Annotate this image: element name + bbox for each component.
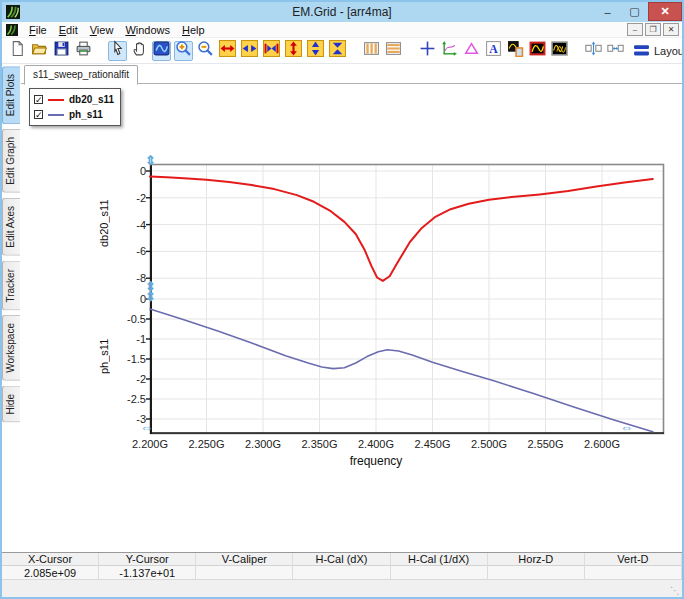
print-icon [75, 40, 92, 61]
align-vertical-button[interactable] [584, 41, 603, 61]
x-expand-icon [219, 40, 236, 61]
plot-area[interactable]: db20_s11 ph_s11 frequency 0-2-4-6-80-0.5… [150, 164, 664, 434]
new-file-icon [9, 40, 26, 61]
layout-dropdown-button[interactable]: Layout▾ [628, 41, 684, 61]
db20-tick-label: -8 [118, 272, 146, 284]
x-tick-label: 2.500G [463, 438, 515, 450]
y-fit-button[interactable] [328, 41, 347, 61]
graph-multi-button[interactable] [550, 41, 569, 61]
legend-entry-db20-s11: ✓db20_s11 [34, 92, 114, 107]
x-fit-icon [263, 40, 280, 61]
db20-axis-label: db20_s11 [98, 168, 114, 278]
x-tick-label: 2.550G [520, 438, 572, 450]
vertical-stripes-button[interactable] [362, 41, 381, 61]
open-file-button[interactable] [30, 41, 49, 61]
save-file-button[interactable] [52, 41, 71, 61]
document-tab[interactable]: s11_sweep_rationalfit [24, 65, 138, 85]
status-value-h-cal-dx [293, 566, 390, 579]
y-arrows-icon [307, 40, 324, 61]
pointer-button[interactable] [108, 41, 127, 61]
y-arrows-button[interactable] [306, 41, 325, 61]
y-expand-button[interactable] [284, 41, 303, 61]
sidebar-tab-workspace[interactable]: Workspace [2, 315, 20, 381]
app-window: EM.Grid - [arr4ma] – ▢ ✕ FileEditViewWin… [0, 0, 684, 599]
maximize-button[interactable]: ▢ [621, 2, 648, 21]
status-header-x-cursor: X-Cursor [2, 553, 99, 566]
align-vertical-icon [585, 40, 602, 61]
sidebar-tab-edit-graph[interactable]: Edit Graph [2, 129, 20, 193]
graph-multi-icon [551, 40, 568, 61]
mdi-close-button[interactable]: ✕ [663, 23, 679, 36]
content-area: Edit PlotsEdit GraphEdit AxesTrackerWork… [2, 64, 682, 552]
graph-single-icon [529, 40, 546, 61]
x-arrows-button[interactable] [240, 41, 259, 61]
plot-canvas[interactable] [144, 162, 672, 440]
x-tick-label: 2.350G [294, 438, 346, 450]
status-value-h-cal-1-dx [391, 566, 488, 579]
align-horizontal-icon [607, 40, 624, 61]
plot-view-icon [153, 40, 170, 61]
print-button[interactable] [74, 41, 93, 61]
add-graph-icon [507, 40, 524, 61]
toolbar: ALayout▾ [2, 38, 682, 64]
minimize-button[interactable]: – [594, 2, 621, 21]
legend-checkbox[interactable]: ✓ [34, 110, 43, 119]
legend-line-swatch [48, 99, 64, 101]
zoom-out-button[interactable] [196, 41, 215, 61]
x-fit-button[interactable] [262, 41, 281, 61]
pointer-icon [109, 40, 126, 61]
sidebar-tab-hide[interactable]: Hide [2, 386, 20, 423]
legend-entry-ph-s11: ✓ph_s11 [34, 107, 114, 122]
y-fit-icon [329, 40, 346, 61]
menu-item-edit[interactable]: Edit [53, 24, 84, 36]
status-value-v-caliper [196, 566, 293, 579]
menu-item-windows[interactable]: Windows [119, 24, 176, 36]
horizontal-stripes-button[interactable] [384, 41, 403, 61]
text-annotation-button[interactable]: A [484, 41, 503, 61]
status-strip: ⋱ [2, 579, 682, 597]
x-expand-button[interactable] [218, 41, 237, 61]
cursor-status-bar: X-CursorY-CursorV-CaliperH-Cal (dX)H-Cal… [2, 552, 682, 579]
add-graph-button[interactable] [506, 41, 525, 61]
crosshair-button[interactable] [418, 41, 437, 61]
status-value-horz-d [488, 566, 585, 579]
status-header-v-caliper: V-Caliper [196, 553, 293, 566]
status-header-horz-d: Horz-D [488, 553, 585, 566]
db20-tick-label: 0 [118, 165, 146, 177]
menu-item-help[interactable]: Help [176, 24, 211, 36]
pan-button[interactable] [130, 41, 149, 61]
horizontal-stripes-icon [385, 40, 402, 61]
axis-handle-icon[interactable]: ⇔ [620, 421, 633, 434]
menu-item-view[interactable]: View [84, 24, 120, 36]
x-axis-label: frequency [256, 454, 496, 468]
new-file-button[interactable] [8, 41, 27, 61]
resize-grip-icon[interactable]: ⋱ [670, 585, 680, 596]
ph-tick-label: -0.5 [118, 313, 146, 325]
mdi-restore-button[interactable]: ❐ [645, 23, 661, 36]
zoom-in-button[interactable] [174, 41, 193, 61]
x-tick-label: 2.300G [237, 438, 289, 450]
graph-single-button[interactable] [528, 41, 547, 61]
save-file-icon [53, 40, 70, 61]
ph-axis-label: ph_s11 [98, 301, 114, 411]
close-button[interactable]: ✕ [648, 2, 682, 21]
plot-view-button[interactable] [152, 41, 171, 61]
legend-checkbox[interactable]: ✓ [34, 95, 43, 104]
caliper-button[interactable] [462, 41, 481, 61]
tracker-button[interactable] [440, 41, 459, 61]
menu-item-file[interactable]: File [23, 24, 53, 36]
axis-handle-icon[interactable]: ⇕ [145, 290, 156, 303]
plot-page: s11_sweep_rationalfit ✓db20_s11✓ph_s11 d… [21, 64, 682, 552]
axis-handle-icon[interactable]: ⇔ [140, 421, 153, 434]
align-horizontal-button[interactable] [606, 41, 625, 61]
x-arrows-icon [241, 40, 258, 61]
title-bar: EM.Grid - [arr4ma] – ▢ ✕ [2, 2, 682, 22]
crosshair-icon [419, 40, 436, 61]
status-header-h-cal-1-dx: H-Cal (1/dX) [391, 553, 488, 566]
open-file-icon [31, 40, 48, 61]
mdi-minimize-button[interactable]: – [627, 23, 643, 36]
sidebar-tab-edit-plots[interactable]: Edit Plots [2, 66, 20, 124]
axis-handle-icon[interactable]: ⇕ [145, 154, 156, 167]
sidebar-tab-edit-axes[interactable]: Edit Axes [2, 198, 20, 256]
sidebar-tab-tracker[interactable]: Tracker [2, 261, 20, 311]
